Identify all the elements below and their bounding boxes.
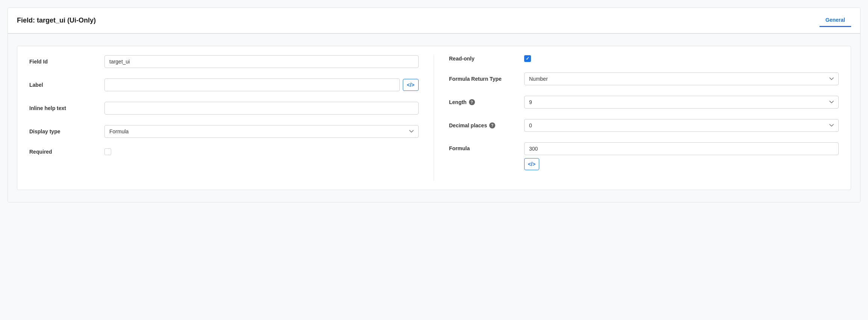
length-select[interactable]: 9 18 255	[524, 96, 839, 109]
formula-input[interactable]	[524, 142, 839, 155]
label-input-group: </>	[104, 78, 419, 91]
decimal-places-label: Decimal places ?	[449, 122, 524, 128]
field-id-row: Field Id	[29, 55, 419, 68]
display-type-select[interactable]: Formula Text Number Date	[104, 125, 419, 138]
formula-return-type-label: Formula Return Type	[449, 76, 524, 82]
length-row: Length ? 9 18 255	[449, 96, 839, 109]
formula-code-button[interactable]: </>	[524, 158, 539, 170]
label-input[interactable]	[104, 78, 400, 91]
read-only-control: ✓	[524, 55, 839, 62]
length-help-icon[interactable]: ?	[469, 99, 475, 105]
decimal-places-control: 0 1 2 3 4	[524, 119, 839, 132]
length-label-group: Length ?	[449, 99, 524, 105]
field-id-label: Field Id	[29, 59, 104, 65]
tab-general[interactable]: General	[820, 14, 851, 27]
inline-help-text-row: Inline help text	[29, 102, 419, 115]
inline-help-text-control	[104, 102, 419, 115]
length-control: 9 18 255	[524, 96, 839, 109]
label-code-button[interactable]: </>	[403, 79, 419, 91]
display-type-row: Display type Formula Text Number Date	[29, 125, 419, 138]
inline-help-text-input[interactable]	[104, 102, 419, 115]
form-grid: Field Id Label </>	[17, 46, 851, 190]
content-area: Field Id Label </>	[8, 34, 860, 202]
required-checkbox-wrapper	[104, 148, 419, 155]
formula-return-type-row: Formula Return Type Number Text Date Boo…	[449, 72, 839, 85]
decimal-places-label-group: Decimal places ?	[449, 122, 524, 128]
required-row: Required	[29, 148, 419, 155]
page-title: Field: target_ui (Ui-Only)	[17, 17, 96, 24]
read-only-label: Read-only	[449, 56, 524, 62]
header-tabs: General	[820, 14, 851, 27]
read-only-row: Read-only ✓	[449, 55, 839, 62]
formula-row: Formula </>	[449, 142, 839, 170]
required-label: Required	[29, 149, 104, 155]
code-icon: </>	[407, 82, 414, 88]
display-type-control: Formula Text Number Date	[104, 125, 419, 138]
check-icon: ✓	[526, 56, 529, 61]
page-container: Field: target_ui (Ui-Only) General Field…	[8, 8, 860, 202]
read-only-checkbox-wrapper: ✓	[524, 55, 839, 62]
read-only-checkbox[interactable]: ✓	[524, 55, 531, 62]
formula-code-icon: </>	[528, 161, 535, 167]
formula-control: </>	[524, 142, 839, 170]
required-control	[104, 148, 419, 155]
decimal-places-select[interactable]: 0 1 2 3 4	[524, 119, 839, 132]
form-right: Read-only ✓ Formula Return Type	[434, 55, 839, 181]
length-label-text: Length	[449, 99, 467, 105]
decimal-places-label-text: Decimal places	[449, 122, 487, 128]
length-label: Length ?	[449, 99, 524, 105]
label-label: Label	[29, 82, 104, 88]
decimal-places-row: Decimal places ? 0 1 2 3 4	[449, 119, 839, 132]
field-id-control	[104, 55, 419, 68]
label-row: Label </>	[29, 78, 419, 91]
formula-return-type-select[interactable]: Number Text Date Boolean	[524, 72, 839, 85]
label-control: </>	[104, 78, 419, 91]
field-id-input[interactable]	[104, 55, 419, 68]
display-type-label: Display type	[29, 128, 104, 134]
decimal-places-help-icon[interactable]: ?	[489, 122, 495, 128]
formula-label: Formula	[449, 142, 524, 151]
required-checkbox[interactable]	[104, 148, 111, 155]
formula-return-type-control: Number Text Date Boolean	[524, 72, 839, 85]
form-left: Field Id Label </>	[29, 55, 434, 181]
header: Field: target_ui (Ui-Only) General	[8, 8, 860, 34]
inline-help-text-label: Inline help text	[29, 105, 104, 111]
